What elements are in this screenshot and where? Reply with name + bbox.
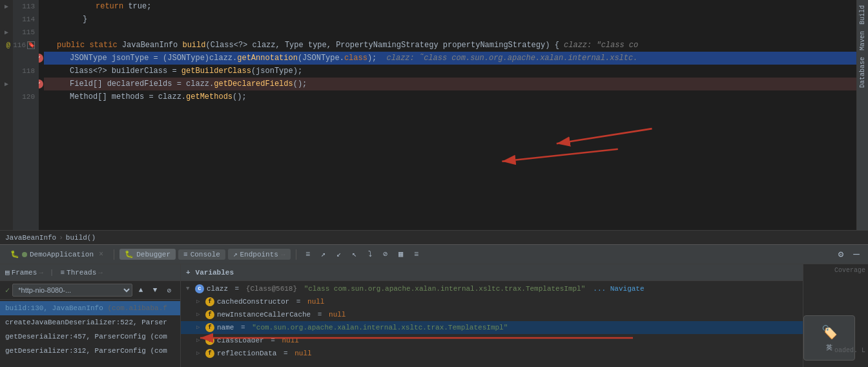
console-tab-label: Console — [191, 251, 220, 258]
code-line-113: return true; — [44, 0, 856, 13]
code-text: Field[] declaredFields = clazz.getDeclar… — [44, 78, 307, 90]
evaluate-btn[interactable]: ⊘ — [379, 248, 392, 261]
line-num-118: 118 — [22, 65, 35, 78]
frames-icon: ▤ — [5, 268, 10, 277]
add-watch-btn[interactable]: + — [186, 269, 191, 277]
coverage-label: Coverage — [834, 267, 865, 274]
var-icon-reflectionData: f — [205, 349, 214, 358]
console-tab[interactable]: ≡ Console — [178, 249, 225, 260]
line-icons-col: ▶ ▶ ▶ — [0, 0, 13, 230]
frame-name-0: build:130, JavaBeanInfo — [5, 304, 103, 312]
svg-line-2 — [502, 149, 617, 162]
var-icon-cachedConstructor: f — [205, 297, 214, 306]
threads-label: Threads — [67, 269, 96, 277]
var-val-classLoader: null — [282, 335, 298, 346]
check-icon: ✓ — [5, 286, 10, 295]
thread-nav-up[interactable]: ▲ — [135, 284, 147, 296]
frame-item-2[interactable]: getDeserializer:457, ParserConfig (com — [0, 330, 180, 344]
thread-filter-btn[interactable]: ⊘ — [163, 284, 175, 296]
session-status-dot — [22, 252, 27, 257]
breadcrumb-item-1[interactable]: JavaBeanInfo — [5, 234, 56, 242]
expand-reflectionData: ▷ — [196, 348, 203, 359]
threads-arrow: → — [98, 269, 103, 277]
var-name-newInstanceCallerCache: newInstanceCallerCache — [217, 309, 311, 320]
trace-current-btn[interactable]: ▦ — [395, 248, 408, 261]
endpoints-tab-label: Endpoints — [240, 251, 278, 258]
debugger-tab[interactable]: 🐛 Debugger — [119, 249, 176, 260]
code-text: public static JavaBeanInfo build(Class<?… — [44, 39, 638, 52]
var-row-reflectionData[interactable]: ▷ f reflectionData = null — [181, 347, 803, 360]
breadcrumb-item-2[interactable]: build() — [66, 234, 96, 242]
variables-label: Variables — [196, 269, 234, 277]
var-icon-name: f — [205, 323, 214, 332]
var-row-newInstanceCallerCache[interactable]: ▷ f newInstanceCallerCache = null — [181, 308, 803, 321]
debug-session-tab[interactable]: 🐛 DemoApplication × — [5, 250, 108, 259]
debug-icon: 🐛 — [10, 250, 19, 258]
debug-toolbar: 🐛 DemoApplication × 🐛 Debugger ≡ Console… — [0, 244, 868, 264]
frames-header-item[interactable]: ▤ Frames → — [5, 268, 43, 277]
line-num-120: 120 — [22, 90, 35, 103]
loaded-label: oaded. L — [834, 347, 865, 354]
var-row-cachedConstructor[interactable]: ▷ f cachedConstructor = null — [181, 295, 803, 308]
var-name-reflectionData: reflectionData — [217, 348, 276, 359]
restore-layout-btn[interactable]: ≡ — [302, 248, 315, 261]
endpoints-tab[interactable]: ↗ Endpoints → — [228, 249, 291, 260]
settings-btn2[interactable]: ≡ — [410, 248, 423, 261]
code-text: Method[] methods = clazz.getMethods(); — [44, 90, 247, 103]
var-name-classLoader: classLoader — [217, 335, 264, 346]
minimize-panel-btn[interactable]: — — [850, 248, 863, 261]
var-eq-cachedConstructor: = — [292, 296, 305, 308]
var-row-clazz[interactable]: ▼ c clazz = {Class@5618} "class com.sun.… — [181, 282, 803, 295]
code-line-118: Class<?> builderClass = getBuilderClass(… — [44, 65, 856, 78]
step-out-btn[interactable]: ↖ — [348, 248, 361, 261]
gutter-empty — [0, 13, 13, 26]
gutter-empty5 — [0, 90, 13, 103]
expand-classLoader: ▷ — [196, 335, 203, 346]
var-row-name[interactable]: ▷ f name = "com.sun.org.apache.xalan.int… — [181, 321, 803, 334]
threads-icon: ≡ — [60, 269, 65, 277]
frame-name-3: getDeserializer:312, ParserConfig (com — [5, 347, 167, 355]
frame-item-0[interactable]: build:130, JavaBeanInfo (com.alibaba.f — [0, 301, 180, 315]
build-tab[interactable]: Build — [858, 3, 867, 27]
var-row-classLoader[interactable]: ▷ f classLoader = null — [181, 334, 803, 347]
widget-icon: 🏷️ — [822, 324, 838, 341]
frames-label: Frames — [12, 269, 37, 277]
code-line-120: Method[] methods = clazz.getMethods(); — [44, 90, 856, 103]
gutter-empty4 — [0, 65, 13, 78]
code-line-114: } — [44, 13, 856, 26]
expand-newInstanceCallerCache: ▷ — [196, 309, 203, 320]
thread-selector: ✓ *http-nio-8080-... ▲ ▼ ⊘ — [0, 281, 180, 300]
frame-item-3[interactable]: getDeserializer:312, ParserConfig (com — [0, 344, 180, 358]
thread-dropdown[interactable]: *http-nio-8080-... — [12, 284, 132, 297]
frame-item-1[interactable]: createJavaBeanDeserializer:522, Parser — [0, 315, 180, 330]
code-text: Class<?> builderClass = getBuilderClass(… — [44, 65, 302, 78]
run-to-cursor-btn[interactable]: ⤵ — [364, 248, 377, 261]
variables-content: ▼ c clazz = {Class@5618} "class com.sun.… — [181, 281, 803, 367]
gutter-empty3 — [0, 52, 13, 65]
code-line-117: JSONType jsonType = (JSONType)clazz.getA… — [44, 52, 856, 65]
gutter-arrow2: ▶ — [0, 26, 13, 39]
database-tab[interactable]: Database — [858, 54, 867, 90]
bookmark-icon: 🔖 — [27, 41, 35, 49]
step-into-btn[interactable]: ↙ — [333, 248, 346, 261]
maven-tab[interactable]: Maven — [858, 28, 867, 53]
close-session-btn[interactable]: × — [99, 250, 103, 259]
right-corner: 🏷️ 英 Coverage oaded. L — [803, 264, 868, 367]
line-num-113: 113 — [22, 0, 35, 13]
step-over-btn[interactable]: ↗ — [317, 248, 330, 261]
frames-panel-content: ✓ *http-nio-8080-... ▲ ▼ ⊘ build:130, Ja… — [0, 281, 180, 367]
var-navigate-clazz[interactable]: ... Navigate — [593, 283, 644, 295]
line-num-116: @116 🔖 — [6, 39, 35, 52]
widget-text: 英 — [826, 343, 832, 352]
code-line-115 — [44, 26, 856, 39]
breakpoint-117[interactable] — [39, 54, 43, 63]
settings-gear-btn[interactable]: ⚙ — [834, 248, 847, 261]
var-icon-clazz: c — [195, 284, 204, 293]
var-eq-name: = — [236, 322, 249, 333]
debug-session-name: DemoApplication — [30, 251, 94, 258]
threads-header-item[interactable]: ≡ Threads → — [60, 269, 102, 277]
thread-nav-down[interactable]: ▼ — [149, 284, 161, 296]
expand-name: ▷ — [196, 322, 203, 333]
var-val-cachedConstructor: null — [307, 296, 324, 308]
breakpoint-119[interactable] — [39, 79, 43, 89]
